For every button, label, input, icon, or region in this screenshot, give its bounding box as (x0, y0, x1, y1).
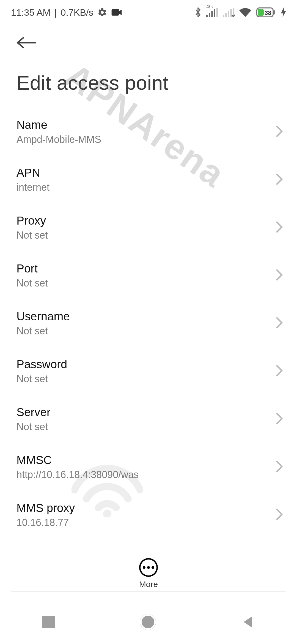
charging-icon (281, 7, 286, 17)
item-value: Ampd-Mobile-MMS (16, 134, 270, 145)
item-mmsc[interactable]: MMSC http://10.16.18.4:38090/was (0, 443, 297, 491)
status-bar: 11:35 AM | 0.7KB/s 4G 38 (0, 0, 297, 25)
item-mms-proxy[interactable]: MMS proxy 10.16.18.77 (0, 491, 297, 539)
item-value: Not set (16, 421, 270, 433)
item-value: http://10.16.18.4:38090/was (16, 469, 270, 481)
chevron-right-icon (276, 413, 283, 426)
signal-4g-icon: 4G (206, 8, 218, 17)
item-value: Not set (16, 230, 270, 241)
svg-rect-9 (228, 11, 229, 17)
more-button[interactable]: More (139, 558, 158, 589)
chevron-right-icon (276, 221, 283, 234)
item-password[interactable]: Password Not set (0, 347, 297, 395)
gear-icon (97, 7, 107, 17)
item-port[interactable]: Port Not set (0, 252, 297, 299)
item-value: Not set (16, 325, 270, 337)
chevron-right-icon (276, 508, 283, 522)
item-name[interactable]: Name Ampd-Mobile-MMS (0, 108, 297, 156)
item-label: MMS proxy (16, 501, 270, 515)
system-nav-bar (0, 600, 297, 644)
item-label: Password (16, 358, 270, 371)
chevron-right-icon (276, 125, 283, 138)
bottom-divider (11, 591, 286, 592)
signal-nosim-icon (223, 8, 235, 17)
item-value: 10.16.18.77 (16, 517, 270, 528)
bluetooth-icon (194, 7, 202, 18)
wifi-icon (239, 8, 251, 17)
page-title: Edit access point (0, 55, 297, 108)
settings-list: Name Ampd-Mobile-MMS APN internet Proxy … (0, 108, 297, 539)
nav-back-button[interactable] (241, 615, 255, 629)
item-label: APN (16, 166, 270, 179)
chevron-right-icon (276, 173, 283, 186)
chevron-right-icon (276, 365, 283, 378)
svg-rect-13 (274, 10, 275, 14)
item-label: Proxy (16, 214, 270, 227)
svg-rect-2 (206, 15, 208, 17)
nav-home-button[interactable] (140, 614, 156, 630)
item-value: Not set (16, 373, 270, 385)
more-label: More (139, 580, 158, 589)
item-label: Port (16, 262, 270, 275)
svg-rect-7 (223, 15, 224, 17)
chevron-right-icon (276, 269, 283, 282)
more-icon (139, 558, 158, 577)
item-label: MMSC (16, 454, 270, 467)
svg-rect-5 (214, 9, 216, 17)
item-value: internet (16, 182, 270, 193)
status-separator: | (54, 7, 57, 18)
chevron-right-icon (276, 460, 283, 474)
item-value: Not set (16, 277, 270, 289)
back-button[interactable] (16, 36, 286, 50)
svg-text:38: 38 (265, 9, 271, 16)
svg-rect-14 (258, 9, 264, 16)
item-label: Username (16, 310, 270, 323)
svg-rect-1 (111, 9, 119, 15)
svg-rect-6 (216, 8, 218, 17)
item-label: Name (16, 118, 270, 132)
svg-rect-3 (209, 13, 210, 17)
nav-recents-button[interactable] (42, 616, 55, 628)
status-time: 11:35 AM (11, 7, 51, 18)
status-speed: 0.7KB/s (61, 7, 94, 18)
item-apn[interactable]: APN internet (0, 156, 297, 204)
svg-rect-8 (225, 13, 227, 17)
camera-icon (111, 9, 122, 16)
item-username[interactable]: Username Not set (0, 299, 297, 347)
svg-rect-4 (211, 11, 213, 17)
item-label: Server (16, 406, 270, 419)
battery-icon: 38 (256, 7, 277, 17)
chevron-right-icon (276, 317, 283, 330)
svg-rect-10 (230, 9, 232, 17)
item-server[interactable]: Server Not set (0, 395, 297, 443)
item-proxy[interactable]: Proxy Not set (0, 204, 297, 252)
